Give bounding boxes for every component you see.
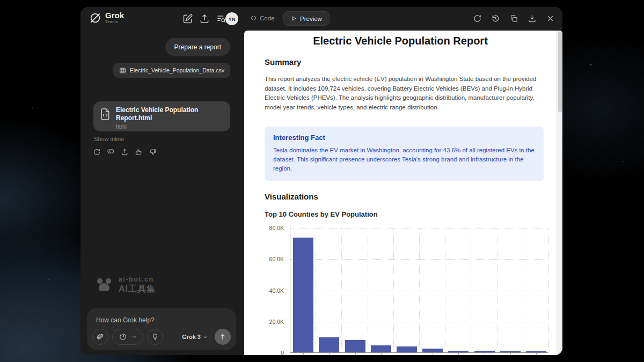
model-select[interactable]: Grok 3	[182, 334, 208, 340]
summary-heading: Summary	[265, 57, 301, 67]
visualizations-heading: Visualizations	[265, 192, 318, 201]
file-card-title: Electric Vehicle Population Report.html	[116, 106, 224, 122]
thumbs-up-button[interactable]	[135, 148, 143, 156]
report-title: Electric Vehicle Population Report	[244, 35, 557, 47]
bar	[345, 340, 365, 352]
table-icon	[119, 67, 126, 74]
user-avatar[interactable]: YN	[225, 12, 238, 25]
x-tick	[407, 352, 407, 354]
watermark-line1: ai-bot.cn	[119, 276, 156, 283]
gridline	[393, 228, 394, 352]
deepsearch-button[interactable]	[112, 329, 143, 345]
tab-code[interactable]: Code	[250, 14, 275, 21]
attach-button[interactable]	[92, 329, 108, 345]
brand-name: Grok	[105, 12, 124, 19]
send-button[interactable]	[215, 329, 231, 345]
bar	[293, 238, 313, 352]
send-arrow-icon	[219, 333, 226, 341]
preview-pane: Electric Vehicle Population Report Summa…	[244, 31, 562, 355]
x-tick	[303, 352, 304, 354]
download-button[interactable]	[528, 14, 537, 23]
scrollbar-track[interactable]	[557, 31, 562, 355]
tab-code-label: Code	[260, 15, 275, 21]
scrollbar-thumb[interactable]	[558, 32, 562, 112]
fact-heading: Interesting Fact	[273, 134, 535, 142]
model-label: Grok 3	[182, 334, 201, 340]
chevron-down-icon	[131, 334, 137, 339]
attachment-chip[interactable]: Electric_Vehicle_Population_Data.csv	[113, 63, 230, 78]
play-icon	[291, 16, 297, 21]
bar	[319, 337, 339, 352]
star	[48, 279, 49, 280]
compose-icon	[182, 13, 193, 24]
gridline	[471, 228, 471, 352]
thumbs-down-icon	[149, 148, 157, 156]
x-tick	[458, 352, 459, 354]
y-tick-label: 80.0K	[269, 225, 284, 231]
share-button[interactable]	[121, 148, 129, 156]
tab-preview-label: Preview	[300, 16, 322, 22]
retry-icon	[93, 148, 101, 156]
watermark-line2: AI工具集	[119, 284, 156, 295]
retry-button[interactable]	[93, 148, 101, 156]
star	[623, 161, 624, 162]
paw-logo-icon	[94, 277, 114, 293]
x-tick	[329, 352, 330, 354]
chart-plot	[290, 228, 548, 353]
generated-file-card[interactable]: Electric Vehicle Population Report.html …	[93, 101, 230, 131]
composer[interactable]: How can Grok help?	[87, 308, 236, 350]
upload-button[interactable]	[199, 13, 210, 24]
chevron-down-icon	[203, 335, 208, 339]
y-tick-label: 60.0K	[269, 256, 284, 262]
grok-app-window: Grok Teams YN Code	[80, 7, 562, 355]
brand-sub: Teams	[105, 19, 124, 24]
composer-toolbar: Grok 3	[92, 329, 231, 345]
refresh-icon	[473, 14, 482, 23]
download-icon	[528, 14, 537, 23]
bar	[371, 345, 391, 352]
chat-sidebar: Prepare a report Electric_Vehicle_Popula…	[80, 31, 244, 355]
gridline	[523, 228, 523, 352]
copy-icon	[107, 148, 115, 156]
thumbs-down-button[interactable]	[149, 148, 157, 156]
history-button[interactable]	[491, 14, 500, 23]
divider	[129, 333, 129, 341]
fact-text: Tesla dominates the EV market in Washing…	[273, 146, 535, 173]
file-code-icon	[100, 108, 111, 121]
viewer-actions	[473, 14, 555, 23]
x-tick	[510, 352, 511, 354]
user-message-bubble: Prepare a report	[165, 38, 230, 56]
y-tick-label: 20.0K	[269, 319, 284, 325]
bar	[422, 349, 443, 352]
share-icon	[121, 148, 129, 156]
chart-title: Top 10 Counties by EV Population	[265, 210, 378, 218]
code-icon	[250, 14, 257, 21]
gridline	[368, 228, 368, 352]
watermark: ai-bot.cn AI工具集	[94, 276, 156, 295]
refresh-button[interactable]	[473, 14, 482, 23]
attachment-name: Electric_Vehicle_Population_Data.csv	[130, 67, 224, 73]
gridline	[445, 228, 445, 352]
compose-button[interactable]	[182, 13, 193, 24]
show-inline-link[interactable]: Show inline	[94, 136, 124, 142]
x-tick	[536, 352, 537, 354]
gridline	[316, 228, 316, 352]
x-tick	[381, 352, 382, 354]
close-icon	[546, 14, 555, 23]
copy-button[interactable]	[509, 14, 518, 23]
tab-preview[interactable]: Preview	[283, 11, 330, 26]
search-history-button[interactable]	[216, 13, 226, 24]
y-tick-label: 0	[281, 350, 284, 355]
x-tick	[355, 352, 356, 354]
copy-response-button[interactable]	[107, 148, 115, 156]
composer-placeholder: How can Grok help?	[96, 316, 155, 324]
think-button[interactable]	[147, 329, 163, 345]
close-button[interactable]	[546, 14, 555, 23]
paperclip-icon	[97, 333, 104, 341]
lightbulb-icon	[151, 333, 159, 341]
gridline	[419, 228, 420, 352]
top-bar: Grok Teams YN Code	[80, 7, 562, 31]
bar	[397, 346, 417, 352]
x-tick	[433, 352, 433, 354]
list-search-icon	[216, 13, 226, 24]
